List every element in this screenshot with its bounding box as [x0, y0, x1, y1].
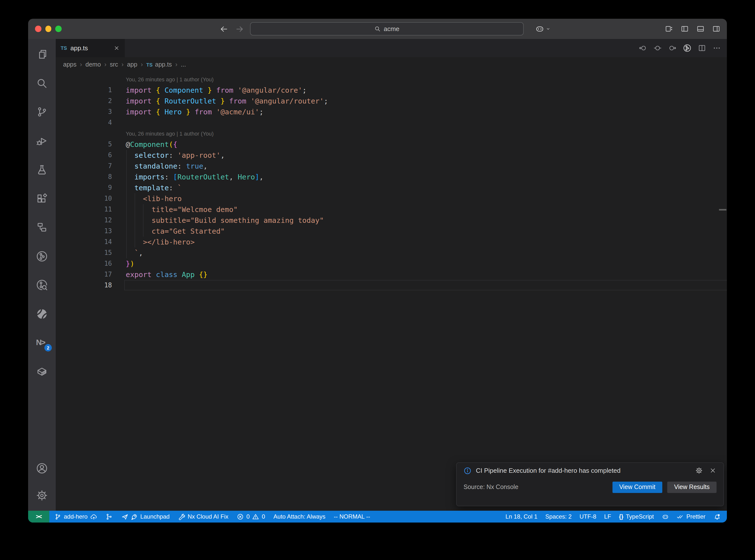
go-forward-icon[interactable] [668, 44, 677, 52]
forward-button[interactable] [235, 24, 244, 33]
code-line-2[interactable]: 2import { RouterOutlet } from '@angular/… [56, 95, 727, 106]
activity-item-containers[interactable] [36, 365, 48, 377]
code-line-3[interactable]: 3import { Hero } from '@acme/ui'; [56, 106, 727, 117]
toggle-primary-sidebar-icon[interactable] [680, 25, 689, 33]
status-nx-cloud-ai-fix[interactable]: Nx Cloud AI Fix [178, 513, 228, 520]
activity-item-run-debug[interactable] [36, 135, 48, 147]
code-line-6[interactable]: 6 selector: 'app-root', [56, 149, 727, 160]
activity-item-edge-devtools[interactable] [36, 308, 48, 320]
minimize-button[interactable] [45, 26, 51, 32]
close-button[interactable] [35, 26, 41, 32]
toggle-annotation-icon[interactable] [653, 44, 662, 52]
code-line-17[interactable]: 17export class App {} [56, 269, 727, 280]
code-line-5[interactable]: 5@Component({ [56, 139, 727, 149]
back-button[interactable] [219, 24, 228, 33]
view-results-button[interactable]: View Results [667, 481, 717, 493]
code-line-14[interactable]: 14 ></lib-hero> [56, 236, 727, 247]
breadcrumb-item-app-ts[interactable]: TSapp.ts [146, 61, 172, 68]
status-notifications[interactable] [713, 513, 720, 520]
breadcrumb-item-apps[interactable]: apps [63, 61, 76, 68]
code-line-10[interactable]: 10 <lib-hero [56, 193, 727, 204]
notification-source: Source: Nx Console [463, 484, 518, 491]
notification-close-icon[interactable] [709, 467, 717, 474]
breadcrumb-item-demo[interactable]: demo [85, 61, 101, 68]
status-indentation[interactable]: Spaces: 2 [545, 513, 572, 520]
edge-devtools-icon [36, 308, 48, 320]
code-line-7[interactable]: 7 standalone: true, [56, 160, 727, 171]
line-number: 5 [56, 139, 112, 149]
search-icon [36, 77, 48, 89]
status-gitlens-launchpad[interactable]: Launchpad [121, 513, 170, 520]
remote-indicator[interactable]: >< [28, 511, 49, 522]
search-input[interactable]: acme [250, 22, 524, 35]
toggle-panel-icon[interactable] [696, 25, 705, 33]
activity-item-commit-graph[interactable] [36, 279, 48, 291]
view-commit-button[interactable]: View Commit [612, 481, 662, 493]
code-line-13[interactable]: 13 cta="Get Started" [56, 225, 727, 236]
activity-item-source-control[interactable] [36, 106, 48, 118]
vscode-window: acme N>2 TS app.ts apps›demo›src›app›TSa… [28, 19, 727, 522]
search-value: acme [384, 25, 399, 33]
code-line-15[interactable]: 15 `, [56, 247, 727, 258]
more-actions-icon[interactable] [713, 44, 721, 52]
status-vim-mode[interactable]: -- NORMAL -- [334, 513, 370, 520]
code-line-9[interactable]: 9 template: ` [56, 182, 727, 193]
activity-item-search[interactable] [36, 77, 48, 89]
line-number: 2 [56, 95, 112, 106]
copilot-menu-button[interactable] [535, 24, 551, 33]
breadcrumb-item-app[interactable]: app [127, 61, 137, 68]
status-git-branch[interactable]: add-hero [54, 513, 97, 520]
nx-logo-icon: N> [36, 338, 45, 346]
breadcrumb-item-src[interactable]: src [110, 61, 118, 68]
activity-item-explorer[interactable] [36, 48, 48, 60]
status-source-control-graph[interactable] [105, 513, 113, 520]
activity-item-testing[interactable] [36, 164, 48, 176]
code-line-8[interactable]: 8 imports: [RouterOutlet, Hero], [56, 171, 727, 182]
line-number: 12 [56, 215, 112, 225]
code-content: title="Welcmoe demo" [126, 204, 238, 215]
accounts-icon [36, 462, 48, 474]
split-editor-icon[interactable] [698, 44, 706, 52]
code-line-1[interactable]: 1import { Component } from '@angular/cor… [56, 84, 727, 95]
activity-item-accounts[interactable] [36, 462, 48, 474]
status-bar: >< add-heroLaunchpadNx Cloud AI Fix00Aut… [28, 511, 727, 522]
code-content: `, [126, 247, 143, 258]
code-content: subtitle="Build something amazing today" [126, 215, 324, 225]
line-number: 17 [56, 269, 112, 280]
status-encoding[interactable]: UTF-8 [579, 513, 596, 520]
status-copilot-status[interactable] [662, 513, 669, 520]
notification-settings-gear-icon[interactable] [695, 467, 703, 474]
breadcrumb-item--[interactable]: ... [181, 61, 186, 68]
line-number: 13 [56, 225, 112, 236]
activity-item-extensions[interactable] [36, 193, 48, 204]
code-line-12[interactable]: 12 subtitle="Build something amazing tod… [56, 215, 727, 225]
zoom-button[interactable] [55, 26, 61, 32]
status-cursor-position[interactable]: Ln 18, Col 1 [505, 513, 537, 520]
activity-item-settings[interactable] [36, 489, 48, 501]
status-problems[interactable]: 00 [237, 513, 265, 520]
go-back-icon[interactable] [639, 44, 647, 52]
breadcrumb-separator: › [104, 61, 106, 68]
code-line-16[interactable]: 16}) [56, 258, 727, 269]
git-branch-cloud-upload-icon [90, 513, 97, 520]
activity-item-gitlens[interactable] [36, 250, 48, 262]
status-prettier[interactable]: Prettier [677, 513, 706, 520]
breadcrumb-separator: › [80, 61, 82, 68]
line-number: 4 [56, 117, 112, 128]
status-language-mode[interactable]: {}TypeScript [619, 513, 654, 520]
activity-item-references[interactable] [36, 221, 48, 233]
toggle-secondary-sidebar-icon[interactable] [712, 25, 720, 33]
status-eol[interactable]: LF [604, 513, 611, 520]
layout-controls [665, 19, 720, 39]
customize-layout-icon[interactable] [665, 25, 673, 33]
gitlens-graph-icon[interactable] [683, 44, 691, 52]
git-branch-branch-icon [54, 513, 61, 520]
code-line-4[interactable]: 4 [56, 117, 727, 128]
code-line-11[interactable]: 11 title="Welcmoe demo" [56, 204, 727, 215]
close-tab-icon[interactable] [114, 45, 120, 51]
tab-app-ts[interactable]: TS app.ts [56, 39, 125, 57]
status-auto-attach[interactable]: Auto Attach: Always [274, 513, 325, 520]
code-line-18[interactable]: 18 [56, 280, 727, 291]
activity-item-nx-console[interactable]: N>2 [36, 337, 48, 348]
code-editor[interactable]: You, 26 minutes ago | 1 author (You)1imp… [56, 72, 727, 511]
